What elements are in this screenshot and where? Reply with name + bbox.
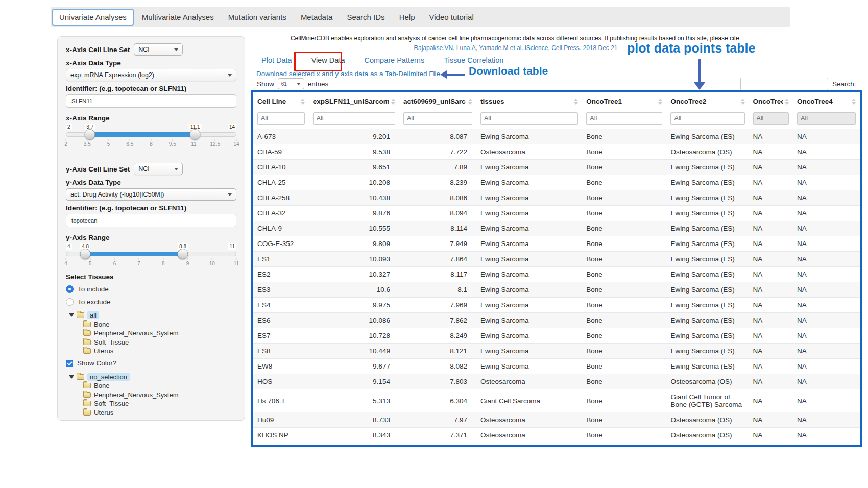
tree-expander-icon[interactable] bbox=[69, 375, 74, 379]
tissue-tree-node-peripheral-nervous-system[interactable]: Peripheral_Nervous_System bbox=[69, 329, 236, 338]
x-data-type-select[interactable]: exp: mRNA Expression (log2) bbox=[66, 69, 236, 81]
color-tree-node-peripheral-nervous-system[interactable]: Peripheral_Nervous_System bbox=[69, 391, 236, 400]
column-header-expslfn11-unisarcoma[interactable]: expSLFN11_uniSarcoma bbox=[309, 92, 399, 110]
table-row[interactable]: HOS9.1547.803OsteosarcomaBoneOsteosarcom… bbox=[253, 374, 860, 389]
table-row[interactable]: CHLA-25810.4388.086Ewing SarcomaBoneEwin… bbox=[253, 190, 860, 206]
table-row[interactable]: ES49.9757.969Ewing SarcomaBoneEwing Sarc… bbox=[253, 298, 860, 313]
column-filter-act609699-unisarcoma[interactable] bbox=[403, 112, 472, 125]
table-row[interactable]: ES210.3278.117Ewing SarcomaBoneEwing Sar… bbox=[253, 267, 860, 282]
y-data-type-select[interactable]: act: Drug Activity (-log10[IC50M]) bbox=[66, 188, 236, 201]
tree-expander-icon[interactable] bbox=[69, 313, 74, 317]
table-row[interactable]: CHLA-329.8768.094Ewing SarcomaBoneEwing … bbox=[253, 206, 860, 221]
show-color-row[interactable]: Show Color? bbox=[66, 358, 236, 369]
tab-mutation-variants[interactable]: Mutation variants bbox=[221, 9, 294, 26]
sidebar-panel: x-Axis Cell Line Set NCI x-Axis Data Typ… bbox=[57, 36, 245, 421]
column-filter-cell-line[interactable] bbox=[257, 112, 305, 125]
table-row[interactable]: CHLA-910.5558.114Ewing SarcomaBoneEwing … bbox=[253, 221, 860, 236]
sort-asc-icon bbox=[658, 99, 662, 101]
slider-handle-from[interactable] bbox=[80, 249, 91, 259]
column-header-act609699-unisarcoma[interactable]: act609699_uniSarcoma bbox=[399, 92, 476, 110]
tab-univariate-analyses[interactable]: Univariate Analyses bbox=[52, 9, 134, 26]
table-row[interactable]: COG-E-3529.8097.949Ewing SarcomaBoneEwin… bbox=[253, 236, 860, 252]
column-header-cell-line[interactable]: Cell Line bbox=[253, 92, 309, 110]
tab-help[interactable]: Help bbox=[392, 9, 422, 26]
slider-tick bbox=[114, 258, 115, 260]
table-row[interactable]: ES810.4498.121Ewing SarcomaBoneEwing Sar… bbox=[253, 344, 860, 359]
y-identifier-input[interactable] bbox=[66, 214, 236, 227]
results-table: Cell LineexpSLFN11_uniSarcomaact609699_u… bbox=[253, 92, 860, 443]
table-row[interactable]: CHLA-2510.2088.239Ewing SarcomaBoneEwing… bbox=[253, 175, 860, 190]
tab-multivariate-analyses[interactable]: Multivariate Analyses bbox=[135, 9, 221, 26]
table-cell: Bone bbox=[582, 267, 666, 282]
table-row[interactable]: ES710.7288.249Ewing SarcomaBoneEwing Sar… bbox=[253, 328, 860, 344]
radio-to-exclude[interactable]: To exclude bbox=[66, 297, 236, 307]
color-tree-root-node[interactable]: no_selection bbox=[69, 373, 236, 382]
y-cell-line-set-select[interactable]: NCI bbox=[134, 163, 183, 175]
column-filter-oncotree2[interactable] bbox=[670, 112, 744, 125]
sort-icon[interactable] bbox=[391, 99, 395, 105]
slider-tick-label: 5 bbox=[107, 141, 110, 147]
table-row[interactable]: CHLA-109.6517.89Ewing SarcomaBoneEwing S… bbox=[253, 160, 860, 175]
color-tree-node-soft-tissue[interactable]: Soft_Tissue bbox=[69, 399, 236, 408]
sort-icon[interactable] bbox=[574, 99, 578, 105]
tissue-tree-node-uterus[interactable]: Uterus bbox=[69, 347, 236, 356]
sort-icon[interactable] bbox=[741, 99, 745, 105]
table-cell: 9.809 bbox=[309, 236, 399, 252]
search-input[interactable] bbox=[740, 78, 828, 90]
table-cell: Ewing Sarcoma (ES) bbox=[666, 344, 749, 359]
table-row[interactable]: EW89.6778.082Ewing SarcomaBoneEwing Sarc… bbox=[253, 359, 860, 374]
table-row[interactable]: Hs 706.T5.3136.304Giant Cell SarcomaBone… bbox=[253, 389, 860, 412]
sort-icon[interactable] bbox=[785, 99, 789, 105]
chevron-down-icon bbox=[174, 48, 178, 51]
tab-search-ids[interactable]: Search IDs bbox=[340, 9, 392, 26]
table-cell: Ewing Sarcoma bbox=[476, 313, 582, 328]
column-header-oncotree1[interactable]: OncoTree1 bbox=[582, 92, 666, 110]
tissue-tree-node-bone[interactable]: Bone bbox=[69, 320, 236, 329]
tissue-tree-node-soft-tissue[interactable]: Soft_Tissue bbox=[69, 338, 236, 347]
sort-icon[interactable] bbox=[301, 99, 305, 105]
tab-metadata[interactable]: Metadata bbox=[294, 9, 340, 26]
column-filter-tissues[interactable] bbox=[480, 112, 578, 125]
column-header-oncotree4[interactable]: OncoTree4 bbox=[793, 92, 860, 110]
table-row[interactable]: KHOS NP8.3437.371OsteosarcomaBoneOsteosa… bbox=[253, 428, 860, 443]
color-tree-node-bone[interactable]: Bone bbox=[69, 381, 236, 391]
sort-icon[interactable] bbox=[658, 99, 662, 105]
y-range-slider[interactable]: 44.88.8114567891011 bbox=[66, 243, 236, 266]
x-identifier-input[interactable] bbox=[66, 94, 236, 108]
slider-handle-to[interactable] bbox=[178, 249, 188, 259]
tissue-tree-root-node[interactable]: all bbox=[69, 311, 236, 320]
column-filter-expslfn11-unisarcoma[interactable] bbox=[313, 112, 395, 125]
show-color-checkbox[interactable] bbox=[66, 360, 73, 367]
download-tab-delimited-link[interactable]: Download selected x and y axis data as a… bbox=[256, 70, 440, 78]
radio-to-include[interactable]: To include bbox=[66, 284, 236, 294]
table-row[interactable]: Hu098.7337.97OsteosarcomaBoneOsteosarcom… bbox=[253, 412, 860, 428]
subtab-tissue-correlation[interactable]: Tissue Correlation bbox=[444, 56, 503, 64]
x-cell-line-set-select[interactable]: NCI bbox=[134, 43, 183, 56]
tab-video-tutorial[interactable]: Video tutorial bbox=[422, 9, 480, 26]
radio-icon[interactable] bbox=[66, 298, 74, 306]
y-cell-line-set-row: y-Axis Cell Line Set NCI bbox=[66, 163, 236, 175]
slider-handle-to[interactable] bbox=[190, 129, 201, 140]
column-header-oncotree2[interactable]: OncoTree2 bbox=[666, 92, 749, 110]
radio-icon[interactable] bbox=[66, 285, 74, 293]
subtab-plot-data[interactable]: Plot Data bbox=[261, 56, 292, 64]
sort-icon[interactable] bbox=[468, 99, 472, 105]
table-row[interactable]: ES610.0867.862Ewing SarcomaBoneEwing Sar… bbox=[253, 313, 860, 328]
table-row[interactable]: ES110.0937.864Ewing SarcomaBoneEwing Sar… bbox=[253, 252, 860, 267]
sort-desc-icon bbox=[785, 102, 789, 105]
color-tree-node-uterus[interactable]: Uterus bbox=[69, 408, 236, 418]
table-cell: 6.304 bbox=[399, 389, 476, 412]
table-row[interactable]: A-6739.2018.087Ewing SarcomaBoneEwing Sa… bbox=[253, 129, 860, 144]
column-header-oncotree3[interactable]: OncoTree3 bbox=[749, 92, 793, 110]
column-header-tissues[interactable]: tissues bbox=[476, 92, 582, 110]
column-filter-oncotree1[interactable] bbox=[586, 112, 662, 125]
table-row[interactable]: CHA-599.5387.722OsteosarcomaBoneOsteosar… bbox=[253, 144, 860, 160]
subtab-compare-patterns[interactable]: Compare Patterns bbox=[364, 56, 424, 64]
x-range-slider[interactable]: 23.711.11423.556.589.51112.514 bbox=[66, 124, 236, 147]
entries-count-select[interactable]: 61 bbox=[278, 78, 304, 89]
entries-label: entries bbox=[308, 80, 329, 88]
sort-icon[interactable] bbox=[852, 99, 856, 105]
table-row[interactable]: ES310.68.1Ewing SarcomaBoneEwing Sarcoma… bbox=[253, 282, 860, 298]
slider-handle-from[interactable] bbox=[85, 129, 95, 140]
slider-tick bbox=[172, 139, 173, 141]
